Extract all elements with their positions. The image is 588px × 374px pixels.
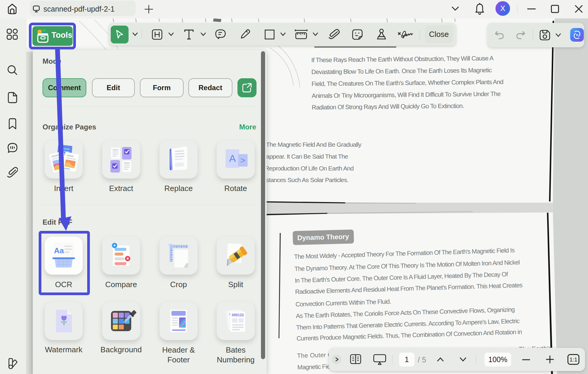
svg-text:000123: 000123 — [232, 313, 244, 317]
svg-text:A: A — [229, 153, 236, 164]
svg-text:>: > — [240, 155, 245, 165]
svg-text:Aa: Aa — [54, 246, 64, 255]
